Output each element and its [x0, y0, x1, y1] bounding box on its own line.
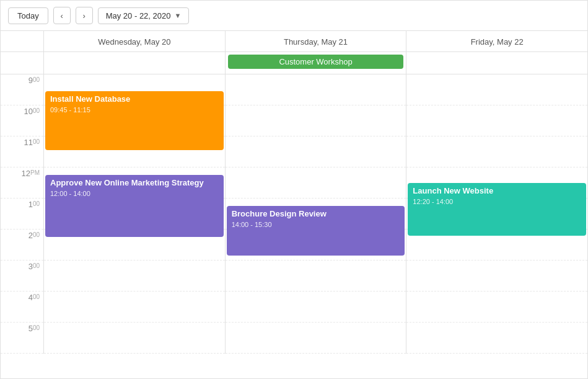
allday-cell-fri [406, 52, 587, 74]
chevron-down-icon: ▼ [175, 12, 182, 19]
min-1: 00 [33, 200, 40, 207]
marketing-strategy-event[interactable]: Approve New Online Marketing Strategy 12… [45, 175, 224, 237]
hour-11: 11 [24, 138, 32, 147]
time-gutter-header [1, 31, 44, 51]
time-slot-9: 9 00 [1, 74, 43, 105]
marketing-strategy-title: Approve New Online Marketing Strategy [50, 178, 219, 189]
min-11: 00 [33, 138, 40, 145]
install-database-time: 09:45 - 11:15 [50, 106, 219, 114]
time-grid: 9 00 10 00 11 00 12 PM 1 00 2 00 [1, 74, 587, 354]
brochure-design-title: Brochure Design Review [232, 209, 400, 220]
time-slot-12: 12 PM [1, 167, 43, 198]
allday-cell-thu: Customer Workshop [226, 52, 407, 74]
fri-slot-5 [406, 323, 587, 354]
min-10: 00 [33, 107, 40, 114]
brochure-design-time: 14:00 - 15:30 [232, 221, 400, 228]
install-database-title: Install New Database [50, 94, 219, 105]
marketing-strategy-time: 12:00 - 14:00 [50, 190, 219, 197]
install-database-event[interactable]: Install New Database 09:45 - 11:15 [45, 91, 224, 150]
hour-4: 4 [29, 293, 33, 302]
launch-website-event[interactable]: Launch New Website 12:20 - 14:00 [408, 183, 586, 236]
launch-website-time: 12:20 - 14:00 [413, 198, 581, 205]
time-slot-11: 11 00 [1, 136, 43, 167]
hour-10: 10 [24, 107, 32, 116]
hour-2: 2 [29, 231, 33, 240]
time-slot-3: 3 00 [1, 261, 43, 292]
hour-9: 9 [29, 76, 33, 85]
launch-website-title: Launch New Website [413, 186, 581, 197]
day-col-thu: Brochure Design Review 14:00 - 15:30 [226, 74, 407, 354]
date-range-button[interactable]: May 20 - 22, 2020 ▼ [98, 7, 190, 24]
fri-slot-11 [406, 136, 587, 167]
hour-12: 12 [22, 169, 30, 178]
thu-slot-9 [226, 74, 406, 105]
fri-slot-3 [406, 261, 587, 292]
allday-cell-wed [44, 52, 226, 74]
thu-slot-10 [226, 105, 406, 136]
customer-workshop-event[interactable]: Customer Workshop [228, 55, 404, 69]
next-button[interactable]: › [76, 7, 93, 24]
thu-slot-4 [226, 292, 406, 323]
date-range-label: May 20 - 22, 2020 [106, 11, 171, 20]
min-2: 00 [33, 231, 40, 238]
time-column: 9 00 10 00 11 00 12 PM 1 00 2 00 [1, 74, 44, 354]
day-header-wed: Wednesday, May 20 [44, 31, 226, 51]
thu-slot-11 [226, 136, 406, 167]
hour-5: 5 [29, 324, 33, 333]
thu-slot-3 [226, 261, 406, 292]
day-header-fri: Friday, May 22 [406, 31, 587, 51]
thu-slot-5 [226, 323, 406, 354]
fri-slot-10 [406, 105, 587, 136]
day-header-thu: Thursday, May 21 [226, 31, 407, 51]
fri-slot-4 [406, 292, 587, 323]
time-slot-1: 1 00 [1, 198, 43, 230]
time-slot-10: 10 00 [1, 105, 43, 136]
thu-slot-12 [226, 167, 406, 198]
day-headers: Wednesday, May 20 Thursday, May 21 Frida… [1, 31, 587, 52]
min-4: 00 [33, 293, 40, 300]
hour-3: 3 [29, 262, 33, 271]
allday-row: Customer Workshop [1, 52, 587, 74]
brochure-design-event[interactable]: Brochure Design Review 14:00 - 15:30 [227, 206, 405, 256]
wed-slot-4 [44, 292, 225, 323]
today-button[interactable]: Today [8, 7, 48, 24]
wed-slot-5 [44, 323, 225, 354]
day-columns: Install New Database 09:45 - 11:15 Appro… [44, 74, 587, 354]
calendar-wrapper: Today ‹ › May 20 - 22, 2020 ▼ Wednesday,… [0, 0, 588, 379]
toolbar: Today ‹ › May 20 - 22, 2020 ▼ [1, 1, 587, 31]
min-3: 00 [33, 262, 40, 269]
time-slot-2: 2 00 [1, 230, 43, 261]
min-9: 00 [33, 76, 40, 83]
time-slot-4: 4 00 [1, 292, 43, 323]
prev-button[interactable]: ‹ [53, 7, 71, 24]
hour-1: 1 [29, 200, 33, 209]
wed-slot-3 [44, 261, 225, 292]
time-slot-5: 5 00 [1, 323, 43, 354]
min-12: PM [30, 169, 40, 176]
day-col-wed: Install New Database 09:45 - 11:15 Appro… [44, 74, 226, 354]
day-col-fri: Launch New Website 12:20 - 14:00 [406, 74, 587, 354]
min-5: 00 [33, 324, 40, 331]
allday-gutter [1, 52, 44, 74]
fri-slot-9 [406, 74, 587, 105]
